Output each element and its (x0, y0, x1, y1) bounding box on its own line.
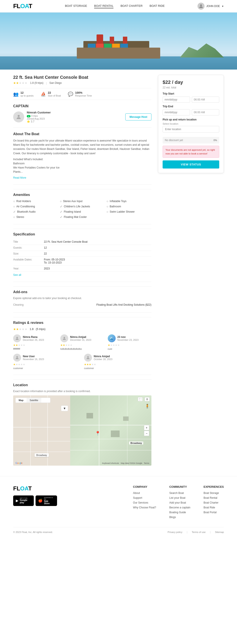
svg-point-1 (18, 115, 20, 117)
check-icon: ✓ (60, 215, 62, 219)
review-stars-1: ★★★★★ (13, 344, 57, 347)
footer-link-support[interactable]: Support (133, 496, 156, 500)
overall-score: 1.8 (30, 328, 34, 331)
map-layers-icon[interactable]: ☰ (144, 397, 150, 401)
footer-link-add-boat[interactable]: Add your Boat (169, 501, 190, 504)
map-expand-icon[interactable]: ⛶ (138, 397, 143, 401)
review-date-1: December 26, 2023 (23, 338, 44, 341)
footer-brand: FLOAT ▶ GET IT ON Google play 🍎 Download… (13, 485, 57, 520)
price-est: 22 est. total (162, 86, 219, 89)
review-card-3: 🌊 23 nov November 23, 2023 ★★★★★ cust (108, 334, 152, 350)
footer-link-why[interactable]: Why Choose Float? (133, 506, 156, 509)
map-tab-satellite[interactable]: Satellite (26, 398, 41, 403)
check-icon: ○ (13, 215, 15, 219)
amenity-stereo: ○ Stereo (13, 215, 58, 219)
footer-link-boat-charter[interactable]: Boat Charter (204, 501, 224, 504)
read-more-link[interactable]: Read More (13, 176, 26, 179)
amenity-bathroom: ○ Bathroom (106, 205, 152, 208)
footer-link-boating[interactable]: Boating Guide (169, 511, 190, 514)
nav-boat-rental[interactable]: BOAT RENTAL (94, 4, 114, 8)
nav-boat-charter[interactable]: BOAT CHARTER (120, 4, 142, 8)
left-column: 22 ft. Sea Hunt Center Console Boat ★★★★… (13, 75, 152, 471)
review-avatar-3: 🌊 (108, 334, 116, 342)
map-zoom-out[interactable]: − (144, 431, 149, 436)
footer-link-blogs[interactable]: Blogs (169, 516, 190, 519)
privacy-policy-link[interactable]: Privacy policy (168, 531, 182, 534)
footer-link-search-boat[interactable]: Search Boat (169, 492, 190, 494)
footer-link-about[interactable]: About (133, 492, 156, 494)
captain-section-title: CAPTAIN (13, 104, 152, 108)
end-date-input[interactable] (162, 109, 190, 116)
footer-link-boat-ride[interactable]: Boat Ride (204, 506, 224, 509)
sitemap-link[interactable]: Sitemap (215, 531, 224, 534)
about-text: On board this private yacht for your ult… (13, 139, 152, 156)
avatar (198, 3, 204, 10)
amenities-title: Amenities (13, 193, 152, 197)
svg-point-3 (64, 337, 65, 338)
about-title: About The Boat (13, 132, 152, 136)
check-icon: ○ (106, 205, 108, 208)
app-store-badge[interactable]: 🍎 Download on the App Store (36, 496, 57, 506)
view-status-button[interactable]: VIEW STATUS (162, 160, 219, 168)
review-avatar-1 (13, 334, 21, 342)
footer-bottom: © 2023 Float, Inc. All rights reserved. … (13, 527, 224, 534)
end-time-group: 06:00 AM (192, 109, 219, 116)
footer-link-boat-portal[interactable]: Boat Portal (204, 511, 224, 514)
map-zoom-in[interactable]: + (144, 425, 149, 430)
footer-link-services[interactable]: Our Services (133, 501, 156, 504)
footer: FLOAT ▶ GET IT ON Google play 🍎 Download… (0, 476, 237, 538)
price-main: $22 / day (162, 80, 183, 85)
map-zoom-controls: + − (144, 425, 149, 436)
street-view-icon[interactable]: 🧍 (145, 404, 150, 408)
footer-link-captain[interactable]: Become a captain (169, 506, 190, 509)
map-street-label-left: Broadway (35, 453, 49, 457)
message-host-button[interactable]: Message Host (125, 114, 152, 120)
trip-end-row: 06:00 AM (162, 109, 219, 116)
separator-1: | (187, 531, 188, 534)
start-date-group (162, 96, 190, 103)
check-icon: ✓ (60, 205, 62, 208)
start-date-input[interactable] (162, 96, 190, 103)
separator: | (46, 82, 47, 85)
amenity-swim-ladder: ○ Swim Ladder Shower (106, 210, 152, 214)
footer-community-title: COMMUNITY (169, 485, 190, 488)
see-all-link[interactable]: See all (13, 274, 21, 276)
hero-banner (0, 12, 237, 70)
user-menu[interactable]: JOHN DOE ▼ (198, 3, 224, 10)
captain-info: Nimrah Customer ● 0 trips Joined Aug 202… (27, 111, 123, 123)
amenities-grid: ○ Rod Holders ○ Stereo Aux Input ○ Infla… (13, 200, 152, 219)
trip-end-section: Trip End 06:00 AM (162, 105, 219, 116)
price-line: $22 / day (162, 80, 219, 85)
footer-link-list-boat[interactable]: List your Boat (169, 496, 190, 500)
captain-section: CAPTAIN Nimrah Customer ● 0 trips Joined… (13, 104, 152, 123)
start-time-select[interactable]: 06:00 AM (192, 96, 219, 103)
google-play-badge[interactable]: ▶ GET IT ON Google play (13, 496, 34, 506)
captain-avatar (13, 112, 24, 122)
check-icon: ○ (60, 200, 62, 203)
footer-link-boat-rental[interactable]: Boat Rental (204, 496, 224, 500)
discount-badge: 0% (214, 139, 217, 142)
terms-of-use-link[interactable]: Terms of use (192, 531, 206, 534)
booking-card: $22 / day 22 est. total Trip Start 06:00… (158, 75, 224, 173)
review-date-4: November 16, 2023 (23, 358, 44, 360)
amenity-floating-island: ✓ Floating Island (60, 210, 105, 214)
main-nav: BOAT STORAGE BOAT RENTAL BOAT CHARTER BO… (65, 4, 165, 8)
stat-response: 💬 100% Response Time (68, 91, 92, 97)
copyright-text: © 2023 Float, Inc. All rights reserved. (13, 531, 53, 534)
spec-table: Title 22 Ft. Sea Hunt Center Console Boa… (13, 239, 152, 272)
nav-boat-storage[interactable]: BOAT STORAGE (65, 4, 87, 8)
end-time-select[interactable]: 06:00 AM (192, 109, 219, 116)
map-tab-map[interactable]: Map (16, 398, 26, 403)
footer-top: FLOAT ▶ GET IT ON Google play 🍎 Download… (13, 485, 224, 520)
alert-box: Your documents are not approved yet, so … (162, 146, 219, 158)
captain-rating: ⭐ 3.7 (27, 120, 123, 123)
footer-link-boat-storage[interactable]: Boat Storage (204, 492, 224, 494)
location-section: Location Exact location information is p… (13, 380, 152, 466)
separator-2: | (210, 531, 211, 534)
location-input[interactable] (162, 126, 219, 132)
captain-trips: ● 0 trips (27, 114, 123, 118)
nav-boat-ride[interactable]: BOAT RIDE (150, 4, 165, 8)
logo[interactable]: FLOAT (13, 3, 32, 10)
map-right-panel: 📍 Broadway + − ⛶ ☰ 🧍 (70, 396, 152, 466)
review-card-4: New User November 16, 2023 ★★★★★ custome… (13, 354, 80, 370)
